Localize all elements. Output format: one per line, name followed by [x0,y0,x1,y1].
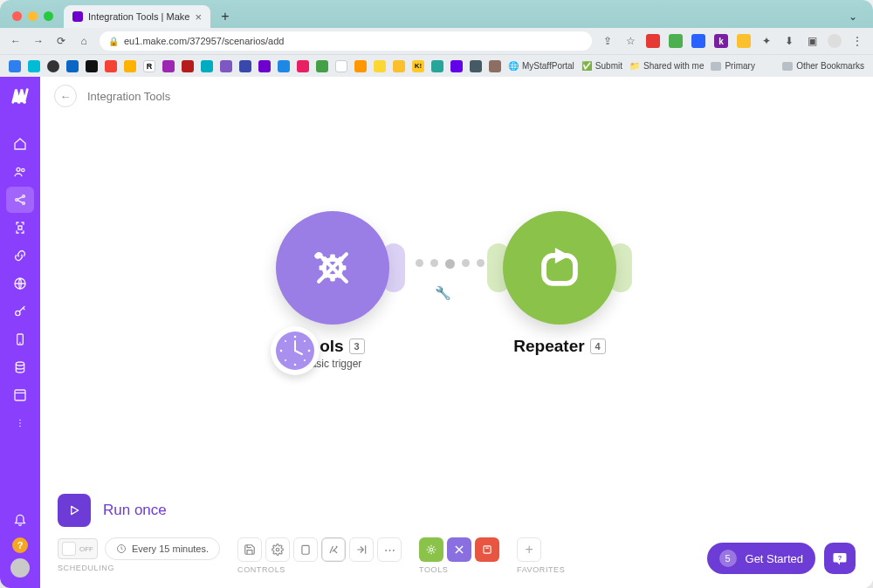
connection-path[interactable] [416,259,485,269]
node-repeater-circle[interactable] [503,211,616,325]
other-bookmarks[interactable]: Other Bookmarks [782,61,864,71]
node-tools[interactable]: Tools 3 Basic trigger [276,211,389,370]
bookmark-icon[interactable] [489,60,501,72]
node-tools-circle[interactable] [276,211,389,325]
control-save-button[interactable] [237,537,262,562]
sidebar-help[interactable]: ? [12,537,28,553]
bookmark-icon[interactable] [66,60,79,72]
bookmark-icon[interactable] [220,60,232,72]
sidebar-datastores[interactable] [6,354,34,380]
bookmark-icon[interactable] [431,60,443,72]
bookmark-icon[interactable] [316,60,328,72]
ext-icon-4[interactable] [737,34,751,48]
nav-home-button[interactable]: ⌂ [77,35,91,47]
svg-point-30 [280,350,283,352]
kebab-menu-icon[interactable]: ⋮ [850,35,864,47]
sidebar-more[interactable] [6,410,34,436]
run-once-button[interactable] [58,494,91,527]
control-more-button[interactable]: ⋯ [377,537,402,562]
bookmark-shared[interactable]: 📁 Shared with me [629,61,704,71]
bookmark-icon[interactable] [450,60,463,72]
bookmark-icon[interactable] [9,60,21,72]
sidebar-keys[interactable] [6,298,34,325]
sidebar-avatar[interactable] [10,558,30,578]
sidebar-datastructures[interactable] [6,382,34,408]
bookmark-icon[interactable] [393,60,405,72]
nav-reload-button[interactable]: ⟳ [54,35,68,47]
bookmark-icon[interactable] [124,60,136,72]
extensions-puzzle-icon[interactable]: ✦ [760,35,773,47]
control-explain-button[interactable] [349,537,374,562]
tab-close-icon[interactable]: × [195,10,202,24]
bookmark-icon[interactable] [470,60,482,72]
bookmark-icon[interactable] [162,60,175,72]
new-tab-button[interactable]: + [216,7,235,26]
bookmark-icon[interactable] [335,60,347,72]
bookmark-mystaff[interactable]: 🌐 MyStaffPortal [508,61,574,71]
sidebar-team[interactable] [6,159,34,185]
get-started-button[interactable]: 5 Get Started [707,543,815,574]
window-close-dot[interactable] [12,11,22,21]
bookmark-icon[interactable] [201,60,213,72]
node-repeater[interactable]: Repeater 4 [503,211,616,356]
clock-icon [116,544,127,554]
sidebar-connections[interactable] [6,243,34,269]
bookmark-icon[interactable] [182,60,194,72]
tool-flow-button[interactable] [419,537,443,562]
bookmark-icon[interactable] [105,60,117,72]
bookmark-submit[interactable]: ✅ Submit [581,61,622,71]
sidebar-notifications[interactable] [6,506,34,532]
make-logo[interactable] [0,77,40,115]
bookmark-icon[interactable]: R [143,60,155,72]
bookmark-icon[interactable]: K! [412,60,424,72]
add-favorite-button[interactable]: + [517,537,541,562]
bookmark-icon[interactable] [374,60,386,72]
bookmark-icon[interactable] [86,60,98,72]
nav-forward-button[interactable]: → [31,35,45,47]
window-zoom-dot[interactable] [44,11,53,21]
svg-point-12 [19,426,21,427]
tabs-overflow-icon[interactable]: ⌄ [849,10,866,28]
bookmark-icon[interactable] [47,60,59,72]
tool-tools-button[interactable] [447,537,471,562]
browser-tab[interactable]: Integration Tools | Make × [64,5,210,28]
star-icon[interactable]: ☆ [623,35,637,47]
scenario-title: Integration Tools [87,90,170,103]
share-icon[interactable]: ⇪ [601,35,615,47]
ext-icon-1[interactable] [646,34,660,48]
ext-icon-2[interactable] [669,34,683,48]
address-bar[interactable]: 🔒 eu1.make.com/372957/scenarios/add [100,31,592,51]
trigger-schedule-badge[interactable] [271,326,320,375]
bookmark-icon[interactable] [239,60,251,72]
control-autoalign-button[interactable] [321,537,346,562]
reading-list-icon[interactable]: ▣ [805,35,819,47]
scenario-canvas[interactable]: Tools 3 Basic trigger 🔧 [40,115,873,483]
bookmark-primary[interactable]: Primary [711,61,754,71]
bookmark-icon[interactable] [354,60,367,72]
sidebar-devices[interactable] [6,326,34,352]
nav-back-button[interactable]: ← [9,35,23,47]
scheduling-interval[interactable]: Every 15 minutes. [105,537,220,560]
window-minimize-dot[interactable] [28,11,38,21]
bookmark-icon[interactable] [297,60,309,72]
ext-icon-k[interactable]: k [714,34,728,48]
scheduling-toggle[interactable]: OFF [58,538,98,559]
bookmark-icon[interactable] [28,60,40,72]
sidebar-templates[interactable] [6,215,34,241]
control-settings-button[interactable] [265,537,290,562]
help-chat-button[interactable]: ? [824,543,856,574]
sidebar-webhooks[interactable] [6,270,34,297]
ext-icon-3[interactable] [691,34,705,48]
connection-settings-icon[interactable]: 🔧 [435,285,451,301]
bookmark-icon[interactable] [278,60,290,72]
download-icon[interactable]: ⬇ [782,35,796,47]
sidebar-scenarios[interactable] [6,187,34,213]
profile-avatar-icon[interactable] [828,34,842,48]
control-notes-button[interactable] [293,537,318,562]
tool-text-button[interactable] [475,537,499,562]
sidebar-home[interactable] [6,131,34,157]
bookmark-icon[interactable] [258,60,271,72]
back-button[interactable]: ← [54,85,77,107]
svg-rect-17 [340,265,346,270]
svg-point-33 [285,359,286,361]
